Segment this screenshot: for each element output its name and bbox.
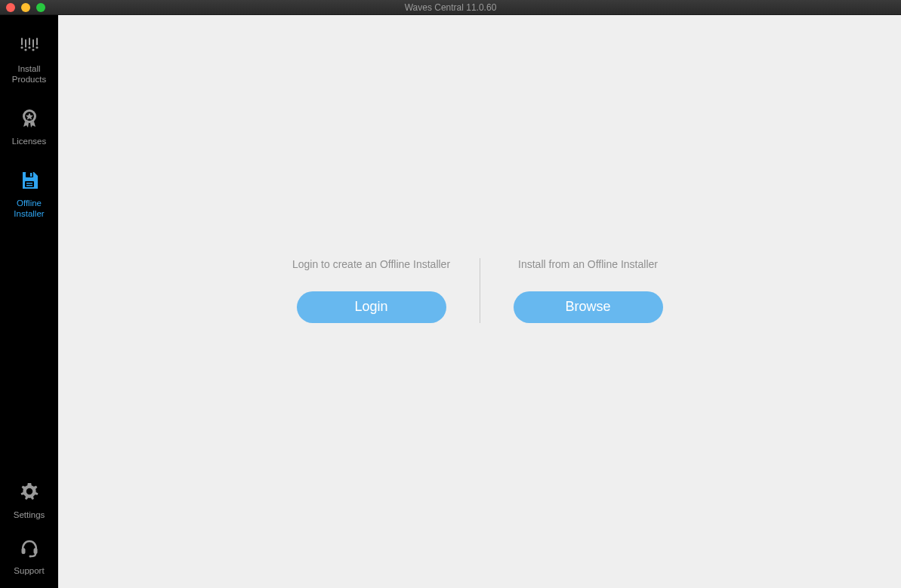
svg-point-5 xyxy=(20,46,23,48)
sidebar-item-settings[interactable]: Settings xyxy=(0,481,58,520)
panel-browse-text: Install from an Offline Installer xyxy=(518,258,658,270)
window-title: Waves Central 11.0.60 xyxy=(0,2,901,13)
sidebar-item-label: Settings xyxy=(14,509,45,520)
gear-icon xyxy=(18,481,41,503)
sidebar-item-label: Support xyxy=(14,565,44,576)
svg-point-20 xyxy=(29,556,31,558)
browse-button[interactable]: Browse xyxy=(514,291,663,323)
svg-rect-15 xyxy=(26,183,32,184)
svg-rect-18 xyxy=(21,548,25,554)
main-content: Login to create an Offline Installer Log… xyxy=(58,15,901,588)
svg-point-6 xyxy=(24,48,26,51)
sidebar-item-offline-installer[interactable]: Offline Installer xyxy=(0,169,58,219)
waves-logo-icon xyxy=(18,35,41,57)
offline-installer-panels: Login to create an Offline Installer Log… xyxy=(264,258,696,323)
svg-rect-19 xyxy=(33,548,37,554)
panel-browse: Install from an Offline Installer Browse xyxy=(480,258,696,323)
minimize-icon[interactable] xyxy=(21,3,30,12)
svg-rect-14 xyxy=(25,181,34,187)
headset-icon xyxy=(18,537,41,559)
svg-point-17 xyxy=(26,488,32,494)
login-button[interactable]: Login xyxy=(297,291,446,323)
svg-point-7 xyxy=(28,46,30,48)
floppy-disk-icon xyxy=(18,169,41,192)
titlebar: Waves Central 11.0.60 xyxy=(0,0,901,15)
sidebar-item-label: Offline Installer xyxy=(14,198,44,219)
sidebar-item-support[interactable]: Support xyxy=(0,537,58,576)
badge-icon xyxy=(18,107,41,130)
sidebar-item-label: Licenses xyxy=(12,136,46,146)
svg-point-9 xyxy=(35,46,38,48)
svg-point-8 xyxy=(32,48,34,51)
panel-login-text: Login to create an Offline Installer xyxy=(292,258,450,270)
panel-login: Login to create an Offline Installer Log… xyxy=(264,258,480,323)
svg-rect-13 xyxy=(30,173,32,177)
sidebar-item-install-products[interactable]: Install Products xyxy=(0,35,58,85)
window-controls xyxy=(0,3,45,12)
sidebar: Install Products Licenses xyxy=(0,15,58,588)
close-icon[interactable] xyxy=(6,3,15,12)
sidebar-item-label: Install Products xyxy=(12,63,46,85)
maximize-icon[interactable] xyxy=(36,3,45,12)
sidebar-item-licenses[interactable]: Licenses xyxy=(0,107,58,146)
svg-rect-16 xyxy=(26,185,32,186)
